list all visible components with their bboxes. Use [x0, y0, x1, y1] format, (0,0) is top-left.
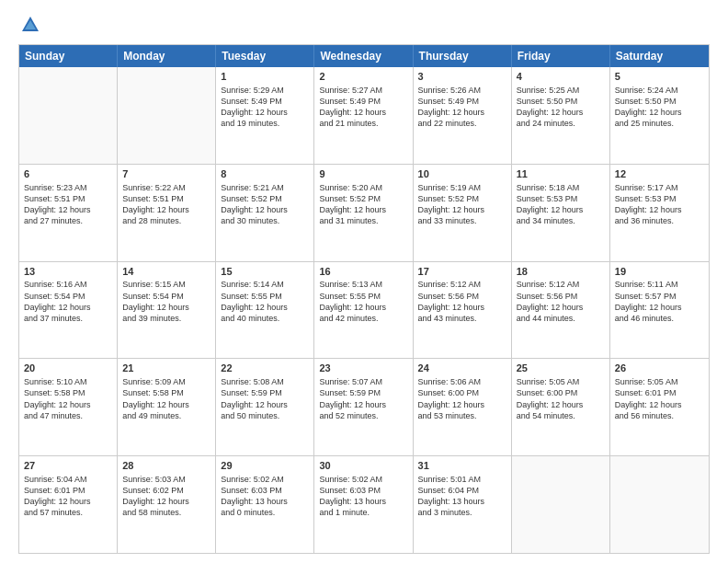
- header-day-wednesday: Wednesday: [314, 45, 413, 67]
- day-number: 24: [418, 362, 506, 375]
- day-number: 25: [517, 362, 605, 375]
- day-number: 18: [517, 265, 605, 279]
- day-info: Sunrise: 5:12 AM Sunset: 5:56 PM Dayligh…: [517, 279, 605, 324]
- cal-cell-23: 23Sunrise: 5:07 AM Sunset: 5:59 PM Dayli…: [314, 359, 413, 455]
- day-number: 14: [122, 265, 210, 279]
- cal-cell-empty-5: [512, 456, 610, 553]
- day-info: Sunrise: 5:24 AM Sunset: 5:50 PM Dayligh…: [615, 85, 704, 130]
- day-number: 31: [418, 459, 506, 473]
- day-info: Sunrise: 5:17 AM Sunset: 5:53 PM Dayligh…: [615, 182, 704, 227]
- logo-icon: [20, 15, 40, 35]
- day-number: 22: [221, 362, 309, 375]
- cal-cell-3: 3Sunrise: 5:26 AM Sunset: 5:49 PM Daylig…: [414, 67, 512, 164]
- day-number: 9: [319, 167, 407, 181]
- page: SundayMondayTuesdayWednesdayThursdayFrid…: [0, 0, 728, 563]
- day-info: Sunrise: 5:18 AM Sunset: 5:53 PM Dayligh…: [517, 182, 605, 227]
- day-info: Sunrise: 5:01 AM Sunset: 6:04 PM Dayligh…: [418, 474, 506, 519]
- day-info: Sunrise: 5:13 AM Sunset: 5:55 PM Dayligh…: [319, 279, 407, 324]
- day-number: 6: [24, 167, 112, 181]
- cal-cell-26: 26Sunrise: 5:05 AM Sunset: 6:01 PM Dayli…: [610, 359, 709, 455]
- day-info: Sunrise: 5:20 AM Sunset: 5:52 PM Dayligh…: [319, 182, 407, 227]
- day-info: Sunrise: 5:19 AM Sunset: 5:52 PM Dayligh…: [418, 182, 506, 227]
- day-info: Sunrise: 5:02 AM Sunset: 6:03 PM Dayligh…: [319, 474, 407, 519]
- day-number: 28: [122, 459, 210, 473]
- day-number: 17: [418, 265, 506, 279]
- header: [18, 15, 710, 35]
- cal-cell-6: 6Sunrise: 5:23 AM Sunset: 5:51 PM Daylig…: [19, 165, 118, 261]
- cal-cell-11: 11Sunrise: 5:18 AM Sunset: 5:53 PM Dayli…: [512, 165, 610, 261]
- calendar-body: 1Sunrise: 5:29 AM Sunset: 5:49 PM Daylig…: [19, 67, 709, 553]
- cal-cell-empty-1: [118, 67, 216, 164]
- week-row-1: 1Sunrise: 5:29 AM Sunset: 5:49 PM Daylig…: [19, 67, 709, 164]
- day-info: Sunrise: 5:05 AM Sunset: 6:00 PM Dayligh…: [517, 376, 605, 421]
- day-number: 1: [221, 70, 309, 84]
- day-info: Sunrise: 5:11 AM Sunset: 5:57 PM Dayligh…: [615, 279, 704, 324]
- cal-cell-22: 22Sunrise: 5:08 AM Sunset: 5:59 PM Dayli…: [216, 359, 314, 455]
- day-info: Sunrise: 5:21 AM Sunset: 5:52 PM Dayligh…: [221, 182, 309, 227]
- header-day-tuesday: Tuesday: [216, 45, 314, 67]
- day-number: 15: [221, 265, 309, 279]
- cal-cell-25: 25Sunrise: 5:05 AM Sunset: 6:00 PM Dayli…: [512, 359, 610, 455]
- cal-cell-20: 20Sunrise: 5:10 AM Sunset: 5:58 PM Dayli…: [19, 359, 118, 455]
- day-number: 5: [615, 70, 704, 84]
- week-row-2: 6Sunrise: 5:23 AM Sunset: 5:51 PM Daylig…: [19, 164, 709, 261]
- cal-cell-16: 16Sunrise: 5:13 AM Sunset: 5:55 PM Dayli…: [314, 262, 413, 359]
- day-number: 13: [24, 265, 112, 279]
- day-number: 29: [221, 459, 309, 473]
- day-number: 7: [122, 167, 210, 181]
- day-number: 27: [24, 459, 112, 473]
- day-info: Sunrise: 5:29 AM Sunset: 5:49 PM Dayligh…: [221, 85, 309, 130]
- cal-cell-2: 2Sunrise: 5:27 AM Sunset: 5:49 PM Daylig…: [314, 67, 413, 164]
- cal-cell-empty-0: [19, 67, 118, 164]
- day-number: 8: [221, 167, 309, 181]
- day-info: Sunrise: 5:05 AM Sunset: 6:01 PM Dayligh…: [615, 376, 704, 421]
- day-number: 19: [615, 265, 704, 279]
- day-number: 30: [319, 459, 407, 473]
- day-info: Sunrise: 5:08 AM Sunset: 5:59 PM Dayligh…: [221, 376, 309, 421]
- cal-cell-empty-6: [610, 456, 709, 553]
- calendar-header: SundayMondayTuesdayWednesdayThursdayFrid…: [19, 45, 709, 67]
- cal-cell-9: 9Sunrise: 5:20 AM Sunset: 5:52 PM Daylig…: [314, 165, 413, 261]
- week-row-5: 27Sunrise: 5:04 AM Sunset: 6:01 PM Dayli…: [19, 455, 709, 553]
- day-number: 16: [319, 265, 407, 279]
- day-info: Sunrise: 5:09 AM Sunset: 5:58 PM Dayligh…: [122, 376, 210, 421]
- cal-cell-15: 15Sunrise: 5:14 AM Sunset: 5:55 PM Dayli…: [216, 262, 314, 359]
- cal-cell-10: 10Sunrise: 5:19 AM Sunset: 5:52 PM Dayli…: [414, 165, 512, 261]
- header-day-monday: Monday: [118, 45, 216, 67]
- week-row-3: 13Sunrise: 5:16 AM Sunset: 5:54 PM Dayli…: [19, 261, 709, 359]
- cal-cell-28: 28Sunrise: 5:03 AM Sunset: 6:02 PM Dayli…: [118, 456, 216, 553]
- day-number: 2: [319, 70, 407, 84]
- cal-cell-21: 21Sunrise: 5:09 AM Sunset: 5:58 PM Dayli…: [118, 359, 216, 455]
- day-info: Sunrise: 5:04 AM Sunset: 6:01 PM Dayligh…: [24, 474, 112, 519]
- cal-cell-1: 1Sunrise: 5:29 AM Sunset: 5:49 PM Daylig…: [216, 67, 314, 164]
- day-info: Sunrise: 5:25 AM Sunset: 5:50 PM Dayligh…: [517, 85, 605, 130]
- day-info: Sunrise: 5:14 AM Sunset: 5:55 PM Dayligh…: [221, 279, 309, 324]
- calendar: SundayMondayTuesdayWednesdayThursdayFrid…: [18, 44, 710, 554]
- day-info: Sunrise: 5:23 AM Sunset: 5:51 PM Dayligh…: [24, 182, 112, 227]
- cal-cell-7: 7Sunrise: 5:22 AM Sunset: 5:51 PM Daylig…: [118, 165, 216, 261]
- day-number: 21: [122, 362, 210, 375]
- cal-cell-14: 14Sunrise: 5:15 AM Sunset: 5:54 PM Dayli…: [118, 262, 216, 359]
- cal-cell-31: 31Sunrise: 5:01 AM Sunset: 6:04 PM Dayli…: [414, 456, 512, 553]
- day-number: 11: [517, 167, 605, 181]
- cal-cell-18: 18Sunrise: 5:12 AM Sunset: 5:56 PM Dayli…: [512, 262, 610, 359]
- day-info: Sunrise: 5:06 AM Sunset: 6:00 PM Dayligh…: [418, 376, 506, 421]
- cal-cell-27: 27Sunrise: 5:04 AM Sunset: 6:01 PM Dayli…: [19, 456, 118, 553]
- day-number: 12: [615, 167, 704, 181]
- cal-cell-12: 12Sunrise: 5:17 AM Sunset: 5:53 PM Dayli…: [610, 165, 709, 261]
- cal-cell-8: 8Sunrise: 5:21 AM Sunset: 5:52 PM Daylig…: [216, 165, 314, 261]
- header-day-sunday: Sunday: [19, 45, 118, 67]
- day-info: Sunrise: 5:16 AM Sunset: 5:54 PM Dayligh…: [24, 279, 112, 324]
- day-info: Sunrise: 5:26 AM Sunset: 5:49 PM Dayligh…: [418, 85, 506, 130]
- cal-cell-19: 19Sunrise: 5:11 AM Sunset: 5:57 PM Dayli…: [610, 262, 709, 359]
- day-number: 26: [615, 362, 704, 375]
- header-day-saturday: Saturday: [610, 45, 709, 67]
- cal-cell-29: 29Sunrise: 5:02 AM Sunset: 6:03 PM Dayli…: [216, 456, 314, 553]
- cal-cell-17: 17Sunrise: 5:12 AM Sunset: 5:56 PM Dayli…: [414, 262, 512, 359]
- day-number: 10: [418, 167, 506, 181]
- logo: [18, 15, 40, 35]
- day-number: 20: [24, 362, 112, 375]
- day-number: 4: [517, 70, 605, 84]
- day-info: Sunrise: 5:07 AM Sunset: 5:59 PM Dayligh…: [319, 376, 407, 421]
- day-info: Sunrise: 5:22 AM Sunset: 5:51 PM Dayligh…: [122, 182, 210, 227]
